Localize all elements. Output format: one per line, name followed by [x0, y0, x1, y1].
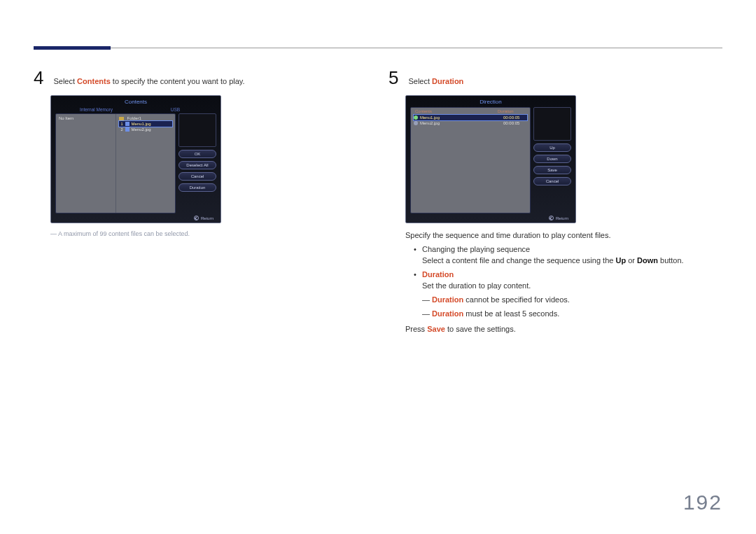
step5-heading: 5 Select Duration	[388, 69, 722, 87]
contents-title: Contents	[51, 96, 220, 107]
sub1-bold: Duration	[432, 295, 463, 304]
step5-text: Select Duration	[408, 77, 463, 85]
return-icon	[194, 216, 199, 220]
contents-list-area: No Item Folder1 1Menu1.jpg 2Menu2.jpg	[55, 113, 176, 213]
step5-para-save: Press Save to save the settings.	[405, 324, 722, 335]
tab-usb[interactable]: USB	[136, 107, 215, 112]
cancel-button[interactable]: Cancel	[533, 177, 571, 185]
subnote-1: Duration cannot be specified for videos.	[424, 295, 722, 306]
step5-prefix: Select	[408, 77, 432, 85]
direction-side-col: Up Down Save Cancel	[533, 107, 571, 213]
step5-bullets: Changing the playing sequence Select a c…	[414, 244, 722, 292]
return-icon	[549, 216, 554, 220]
preview-box	[533, 107, 571, 141]
down-button[interactable]: Down	[533, 155, 571, 163]
file-index: 1	[119, 122, 123, 126]
header-accent	[34, 46, 111, 50]
bullet-seq-pre: Select a content file and change the seq…	[422, 256, 615, 265]
image-icon	[125, 127, 130, 132]
dur-name: Menu2.jpg	[420, 121, 501, 125]
bullet-duration: Duration Set the duration to play conten…	[414, 269, 722, 292]
ok-button[interactable]: OK	[178, 150, 216, 158]
bullet-sequence-title: Changing the playing sequence	[422, 245, 530, 253]
folder-row[interactable]: Folder1	[119, 115, 173, 121]
folder-icon	[119, 117, 124, 120]
contents-body: No Item Folder1 1Menu1.jpg 2Menu2.jpg OK…	[51, 113, 220, 213]
or-label: or	[626, 256, 637, 265]
preview-box	[178, 113, 216, 147]
image-icon	[125, 122, 130, 126]
direction-title: Direction	[406, 96, 575, 107]
status-icon	[414, 115, 418, 120]
step4-note: A maximum of 99 content files can be sel…	[50, 230, 368, 237]
folder-name: Folder1	[127, 116, 141, 120]
file-name: Menu2.jpg	[132, 127, 151, 132]
return-label[interactable]: Return	[556, 216, 568, 220]
return-label[interactable]: Return	[201, 216, 214, 220]
dur-value: 00:00:05	[503, 121, 527, 125]
duration-head: Duration	[422, 270, 454, 279]
file-row-1[interactable]: 1Menu1.jpg	[119, 121, 173, 127]
usb-panel: Folder1 1Menu1.jpg 2Menu2.jpg	[116, 114, 176, 213]
save-pre: Press	[405, 325, 427, 333]
file-index: 2	[119, 127, 123, 132]
status-icon	[414, 121, 418, 125]
save-button[interactable]: Save	[533, 166, 571, 174]
save-suf: to save the settings.	[445, 325, 516, 333]
direction-list-area: Contents Duration Menu1.jpg 00:00:05 Men…	[410, 107, 531, 213]
up-label: Up	[615, 256, 626, 265]
contents-screenshot: Contents Internal Memory USB No Item Fol…	[50, 95, 221, 223]
subnote-2: Duration must be at least 5 seconds.	[424, 309, 722, 320]
col-right: 5 Select Duration Direction Contents Dur…	[388, 69, 722, 338]
sub2-rest: must be at least 5 seconds.	[463, 309, 559, 318]
duration-button[interactable]: Duration	[178, 183, 216, 192]
step4-number: 4	[34, 69, 43, 87]
cancel-button[interactable]: Cancel	[178, 172, 216, 181]
col-duration: Duration	[498, 109, 526, 113]
down-label: Down	[637, 256, 658, 265]
contents-tabs: Internal Memory USB	[51, 107, 220, 113]
bullet-sequence: Changing the playing sequence Select a c…	[414, 244, 722, 267]
file-name: Menu1.jpg	[132, 122, 151, 126]
page-number: 192	[683, 491, 722, 514]
dur-row-2[interactable]: Menu2.jpg 00:00:05	[414, 120, 527, 126]
step4-heading: 4 Select Contents to specify the content…	[34, 69, 368, 87]
contents-footer: Return	[51, 213, 220, 223]
save-bold: Save	[427, 325, 445, 333]
step5-bold: Duration	[432, 77, 463, 85]
memory-panel: No Item	[56, 114, 116, 213]
no-item-label: No Item	[59, 116, 74, 120]
direction-screenshot: Direction Contents Duration Menu1.jpg 00…	[405, 95, 576, 223]
direction-body: Contents Duration Menu1.jpg 00:00:05 Men…	[406, 107, 575, 213]
col-contents: Contents	[415, 109, 498, 113]
page-columns: 4 Select Contents to specify the content…	[0, 0, 756, 338]
header-rule	[34, 48, 722, 48]
up-button[interactable]: Up	[533, 143, 571, 152]
tab-internal-memory[interactable]: Internal Memory	[57, 107, 136, 112]
duration-desc: Set the duration to play content.	[422, 281, 531, 290]
dur-row-1[interactable]: Menu1.jpg 00:00:05	[414, 115, 527, 120]
step5-para1: Specify the sequence and time duration t…	[405, 230, 722, 241]
duration-subnotes: Duration cannot be specified for videos.…	[424, 295, 722, 320]
bullet-seq-suf: button.	[658, 256, 684, 265]
contents-side-col: OK Deselect All Cancel Duration	[178, 113, 216, 213]
dur-value: 00:00:05	[503, 115, 527, 120]
step4-prefix: Select	[53, 77, 77, 85]
deselect-all-button[interactable]: Deselect All	[178, 161, 216, 169]
step5-number: 5	[388, 69, 398, 87]
step4-bold: Contents	[77, 77, 111, 85]
sub2-bold: Duration	[432, 309, 463, 318]
direction-footer: Return	[406, 213, 575, 223]
file-row-2[interactable]: 2Menu2.jpg	[119, 127, 173, 132]
sub1-rest: cannot be specified for videos.	[463, 295, 570, 304]
dur-name: Menu1.jpg	[420, 115, 501, 120]
step4-text: Select Contents to specify the content y…	[53, 77, 244, 85]
col-left: 4 Select Contents to specify the content…	[34, 69, 368, 338]
step4-suffix: to specify the content you want to play.	[111, 77, 245, 85]
no-item-row: No Item	[59, 115, 113, 121]
